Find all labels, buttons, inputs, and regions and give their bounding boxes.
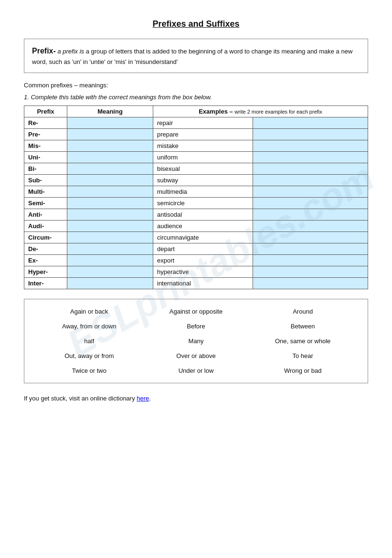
cell-example1: circumnavigate [153,232,253,243]
cell-example2[interactable] [253,117,368,129]
cell-example1: audience [153,221,253,232]
cell-example2[interactable] [253,255,368,266]
prefix-table: Prefix Meaning Examples – write 2 more e… [24,105,368,289]
cell-example2[interactable] [253,243,368,255]
footer-text-after: . [149,395,151,402]
meaning-cell: Twice or two [36,366,143,375]
table-row: Anti- antisodal [24,209,368,221]
table-row: De- depart [24,243,368,255]
table-row: Multi- multimedia [24,186,368,198]
examples-label: Examples – [199,108,234,115]
col-header-meaning: Meaning [67,106,153,117]
cell-example2[interactable] [253,198,368,209]
cell-meaning[interactable] [67,129,153,140]
cell-example1: bisexual [153,163,253,175]
cell-example1: multimedia [153,186,253,198]
table-row: Semi- semicircle [24,198,368,209]
cell-example2[interactable] [253,266,368,278]
cell-meaning[interactable] [67,243,153,255]
cell-example1: mistake [153,140,253,152]
cell-meaning[interactable] [67,140,153,152]
definition-italic: a prefix is [56,48,84,55]
cell-meaning[interactable] [67,221,153,232]
cell-meaning[interactable] [67,186,153,198]
cell-meaning[interactable] [67,198,153,209]
meaning-cell: Away, from or down [36,322,143,331]
page-title: Prefixes and Suffixes [24,19,368,29]
cell-example2[interactable] [253,278,368,289]
cell-example2[interactable] [253,209,368,221]
meaning-cell: Again or back [36,307,143,316]
cell-prefix: De- [24,243,67,255]
cell-meaning[interactable] [67,163,153,175]
cell-prefix: Anti- [24,209,67,221]
cell-prefix: Circum- [24,232,67,243]
cell-example1: export [153,255,253,266]
table-row: Sub- subway [24,175,368,186]
table-row: Mis- mistake [24,140,368,152]
cell-example1: international [153,278,253,289]
definition-term: Prefix- [32,47,56,55]
meaning-cell: Wrong or bad [249,366,356,375]
table-row: Ex- export [24,255,368,266]
cell-prefix: Inter- [24,278,67,289]
instruction: 1. Complete this table with the correct … [24,94,368,101]
cell-example1: antisodal [153,209,253,221]
cell-example1: uniform [153,152,253,163]
cell-meaning[interactable] [67,175,153,186]
meaning-cell: Under or low [143,366,250,375]
cell-prefix: Multi- [24,186,67,198]
table-row: Re- repair [24,117,368,129]
table-row: Circum- circumnavigate [24,232,368,243]
cell-example1: depart [153,243,253,255]
table-row: Inter- international [24,278,368,289]
cell-meaning[interactable] [67,117,153,129]
cell-example2[interactable] [253,129,368,140]
cell-meaning[interactable] [67,152,153,163]
cell-example2[interactable] [253,152,368,163]
cell-prefix: Audi- [24,221,67,232]
cell-meaning[interactable] [67,209,153,221]
meaning-cell: One, same or whole [249,337,356,346]
table-row: Pre- prepare [24,129,368,140]
table-row: Uni- uniform [24,152,368,163]
cell-meaning[interactable] [67,266,153,278]
cell-example2[interactable] [253,221,368,232]
cell-meaning[interactable] [67,255,153,266]
meaning-cell: Out, away or from [36,351,143,360]
table-row: Audi- audience [24,221,368,232]
cell-example2[interactable] [253,163,368,175]
definition-box: Prefix- a prefix is a group of letters t… [24,39,368,73]
cell-example1: semicircle [153,198,253,209]
common-prefixes-label: Common prefixes – meanings: [24,82,368,89]
cell-prefix: Hyper- [24,266,67,278]
footer-text-before: If you get stuck, visit an online dictio… [24,395,137,402]
cell-prefix: Uni- [24,152,67,163]
meanings-grid: Again or backAgainst or oppositeAroundAw… [36,307,356,375]
col-header-examples: Examples – write 2 more examples for eac… [153,106,368,117]
meaning-cell: Many [143,337,250,346]
cell-prefix: Re- [24,117,67,129]
col-header-prefix: Prefix [24,106,67,117]
cell-example1: subway [153,175,253,186]
cell-example2[interactable] [253,232,368,243]
cell-meaning[interactable] [67,232,153,243]
footer-link[interactable]: here [137,395,149,402]
meaning-cell: Before [143,322,250,331]
cell-example2[interactable] [253,175,368,186]
table-row: Hyper- hyperactive [24,266,368,278]
footer-note: If you get stuck, visit an online dictio… [24,395,368,402]
meaning-cell: Between [249,322,356,331]
cell-example1: prepare [153,129,253,140]
meaning-cell: To hear [249,351,356,360]
meaning-cell: Over or above [143,351,250,360]
meaning-cell: Against or opposite [143,307,250,316]
table-row: Bi- bisexual [24,163,368,175]
examples-note: write 2 more examples for each prefix [234,109,322,115]
cell-prefix: Pre- [24,129,67,140]
cell-meaning[interactable] [67,278,153,289]
cell-example2[interactable] [253,140,368,152]
meaning-cell: Around [249,307,356,316]
cell-prefix: Sub- [24,175,67,186]
cell-example2[interactable] [253,186,368,198]
